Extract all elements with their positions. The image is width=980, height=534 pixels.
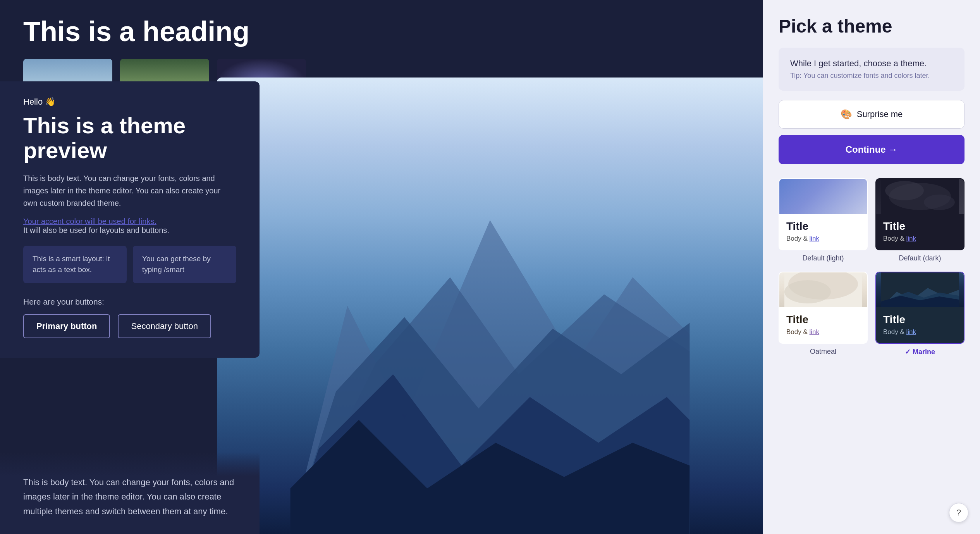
theme-label-default-light: Default (light) [779,254,868,264]
theme-link-marine[interactable]: link [906,328,916,336]
theme-title-default-light: Title [786,220,860,233]
smart-box-2: You can get these by typing /smart [133,246,236,283]
theme-preview-marine [876,272,964,307]
svg-point-8 [924,195,955,210]
mountain-background [217,78,763,534]
theme-link-default-dark[interactable]: link [906,235,916,242]
surprise-icon: 🎨 [841,109,852,120]
theme-title-marine: Title [883,314,957,326]
svg-point-11 [784,280,831,303]
theme-content-default-dark: Title Body & link [876,214,964,250]
theme-body-marine: Body & link [883,328,957,336]
svg-rect-5 [881,179,959,214]
tip-sub: Tip: You can customize fonts and colors … [790,72,953,80]
theme-body-default-dark: Body & link [883,235,957,243]
theme-content-marine: Title Body & link [876,307,964,343]
theme-card-default-light[interactable]: Title Body & link Default (light) [779,178,868,264]
secondary-button[interactable]: Secondary button [118,314,211,338]
theme-preview-default-dark [876,179,964,214]
preview-bottom-text: This is body text. You can change your f… [0,452,260,534]
body-text: This is body text. You can change your f… [23,172,236,209]
svg-point-6 [889,183,951,210]
preview-panel: This is a heading Hello 👋 This is a them… [0,0,763,534]
theme-card-inner-default-light: Title Body & link [779,178,868,250]
hello-text: Hello 👋 [23,97,236,107]
theme-content-default-light: Title Body & link [779,214,867,250]
preview-heading: This is a heading [23,16,740,47]
theme-label-marine: ✓ Marine [875,348,965,358]
smart-box-1: This is a smart layout: it acts as a tex… [23,246,127,283]
theme-label-default-dark: Default (dark) [875,254,965,264]
tip-box: While I get started, choose a theme. Tip… [779,48,965,91]
theme-grid: Title Body & link Default (light) [779,178,965,358]
theme-title-default-dark: Title [883,220,957,233]
right-panel: Pick a theme While I get started, choose… [763,0,980,534]
theme-body-default-light: Body & link [786,235,860,243]
accent-link[interactable]: Your accent color will be used for links… [23,217,156,226]
theme-card-inner-marine: Title Body & link [875,272,965,344]
svg-point-7 [885,181,924,200]
surprise-label: Surprise me [857,109,903,119]
theme-label-oatmeal: Oatmeal [779,348,868,357]
primary-button[interactable]: Primary button [23,314,110,338]
continue-button[interactable]: Continue → [779,135,965,164]
buttons-row: Primary button Secondary button [23,314,236,338]
theme-link-default-light[interactable]: link [810,235,820,242]
theme-card-marine[interactable]: Title Body & link ✓ Marine [875,272,965,358]
theme-preview-oatmeal [779,272,867,307]
panel-title: Pick a theme [779,16,965,37]
theme-body-oatmeal: Body & link [786,328,860,336]
tip-main: While I get started, choose a theme. [790,59,953,69]
help-button[interactable]: ? [949,503,968,522]
theme-card-inner-default-dark: Title Body & link [875,178,965,250]
theme-preview-title: This is a theme preview [23,113,236,163]
theme-card-inner-oatmeal: Title Body & link [779,272,868,344]
overlay-card: Hello 👋 This is a theme preview This is … [0,81,260,358]
smart-boxes: This is a smart layout: it acts as a tex… [23,246,236,283]
buttons-label: Here are your buttons: [23,297,236,307]
theme-content-oatmeal: Title Body & link [779,307,867,343]
theme-card-oatmeal[interactable]: Title Body & link Oatmeal [779,272,868,358]
theme-link-oatmeal[interactable]: link [810,328,820,336]
theme-preview-default-light [779,179,867,214]
theme-card-default-dark[interactable]: Title Body & link Default (dark) [875,178,965,264]
link-note: It will also be used for layouts and but… [23,226,236,235]
surprise-me-button[interactable]: 🎨 Surprise me [779,100,965,129]
theme-title-oatmeal: Title [786,314,860,326]
